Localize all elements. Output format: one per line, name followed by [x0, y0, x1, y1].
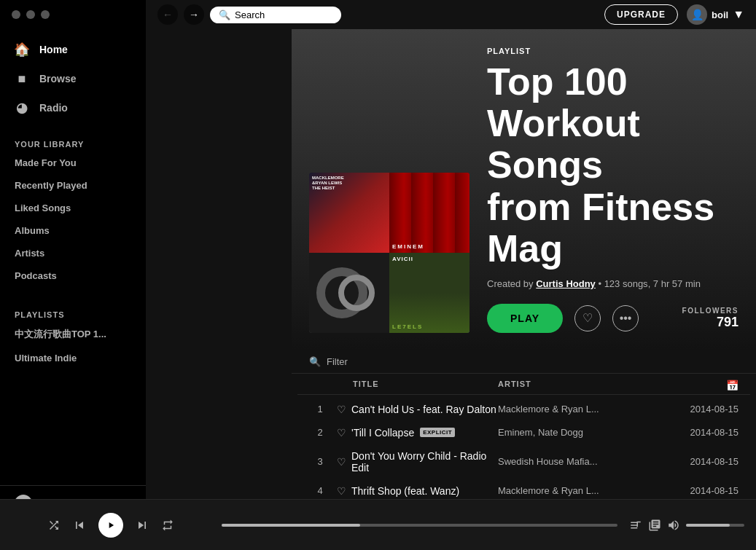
window-dot-2[interactable] — [26, 10, 35, 19]
playlist-creator[interactable]: Curtis Hodny — [536, 278, 596, 289]
shuffle-button[interactable] — [47, 519, 61, 532]
like-track-button[interactable]: ♡ — [331, 456, 351, 468]
track-number: 1 — [309, 404, 331, 415]
lyrics-button[interactable] — [629, 519, 642, 532]
like-button[interactable]: ♡ — [574, 305, 601, 331]
explicit-badge: EXPLICIT — [420, 428, 455, 437]
track-title: Can't Hold Us - feat. Ray Dalton — [351, 404, 498, 415]
volume-fill — [686, 524, 730, 527]
queue-button[interactable] — [648, 519, 661, 532]
playlist-cover: MACKLEMORE&RYAN LEWISTHE HEIST EMINEM — [309, 173, 469, 333]
playlist-meta: Created by Curtis Hodny • 123 songs, 7 h… — [487, 278, 739, 289]
filter-label: Filter — [327, 356, 348, 367]
window-dot-3[interactable] — [41, 10, 50, 19]
progress-area — [222, 524, 617, 527]
track-artist: Eminem, Nate Dogg — [498, 427, 658, 438]
play-pause-button[interactable] — [98, 513, 123, 538]
user-menu[interactable]: 👤 boil ▼ — [687, 4, 744, 25]
followers-count: 791 — [682, 315, 739, 330]
sidebar-item-label: Radio — [39, 102, 68, 114]
sidebar-item-artists[interactable]: Artists — [0, 242, 146, 264]
track-artist: Swedish House Mafia... — [498, 456, 658, 467]
sidebar-item-albums[interactable]: Albums — [0, 219, 146, 242]
sidebar-item-label: Home — [39, 44, 68, 55]
like-track-button[interactable]: ♡ — [331, 404, 351, 415]
chevron-down-icon: ▼ — [733, 8, 744, 21]
sidebar-item-radio[interactable]: ◕ Radio — [0, 93, 146, 122]
more-options-button[interactable]: ••• — [612, 305, 639, 331]
sidebar-item-podcasts[interactable]: Podcasts — [0, 264, 146, 287]
table-header: TITLE ARTIST 📅 — [297, 377, 750, 395]
player-bar — [0, 499, 756, 550]
playlist-header: MACKLEMORE&RYAN LEWISTHE HEIST EMINEM — [292, 29, 756, 350]
track-artist: Macklemore & Ryan L... — [498, 404, 658, 415]
titlebar — [0, 0, 146, 29]
playlist-title: Top 100 Workout Songs from Fitness Mag — [487, 61, 739, 270]
back-button[interactable]: ← — [157, 4, 178, 25]
duration: 7 hr 57 min — [653, 278, 701, 289]
track-title: Thrift Shop (feat. Wanz) — [351, 485, 498, 497]
player-right — [629, 519, 744, 532]
track-date: 2014-08-15 — [658, 485, 739, 496]
sidebar-playlist-chinese-top[interactable]: 中文流行歌曲TOP 1... — [0, 322, 146, 347]
table-row[interactable]: 2 ♡ 'Till I Collapse EXPLICIT Eminem, Na… — [297, 421, 750, 444]
sidebar-item-label: Browse — [39, 73, 77, 85]
forward-button[interactable]: → — [184, 4, 204, 25]
filter-row: 🔍 Filter — [292, 350, 756, 374]
main-content: MACKLEMORE&RYAN LEWISTHE HEIST EMINEM — [292, 29, 756, 521]
volume-button[interactable] — [667, 519, 680, 532]
track-date: 2014-08-15 — [658, 427, 739, 438]
track-artist: Macklemore & Ryan L... — [498, 485, 658, 496]
followers-label: FOLLOWERS — [682, 307, 739, 315]
playlists-section-title: PLAYLISTS — [0, 299, 146, 322]
volume-bar[interactable] — [686, 524, 744, 527]
followers-info: FOLLOWERS 791 — [682, 307, 739, 330]
cover-cell-3 — [309, 253, 389, 333]
sidebar-item-recently-played[interactable]: Recently Played — [0, 174, 146, 197]
col-title: TITLE — [353, 380, 498, 391]
player-controls — [12, 513, 210, 538]
track-title: Don't You Worry Child - Radio Edit — [351, 450, 498, 474]
table-row[interactable]: 1 ♡ Can't Hold Us - feat. Ray Dalton Mac… — [297, 398, 750, 421]
cover-cell-4: AVICII LE7ELS — [389, 253, 469, 333]
cover-cell-2: EMINEM — [389, 173, 469, 253]
main-layout: 🏠 Home ■ Browse ◕ Radio YOUR LIBRARY Mad… — [0, 0, 756, 550]
previous-button[interactable] — [72, 518, 87, 533]
topbar: ← → 🔍 UPGRADE 👤 boil ▼ — [146, 0, 756, 29]
playlist-info: PLAYLIST Top 100 Workout Songs from Fitn… — [487, 47, 739, 333]
topbar-left: ← → 🔍 — [157, 4, 341, 25]
like-track-button[interactable]: ♡ — [331, 427, 351, 439]
upgrade-button[interactable]: UPGRADE — [604, 4, 678, 25]
track-title: 'Till I Collapse EXPLICIT — [351, 427, 498, 439]
track-date: 2014-08-15 — [658, 404, 739, 415]
search-filter-icon: 🔍 — [309, 356, 321, 367]
sidebar-item-home[interactable]: 🏠 Home — [0, 35, 146, 64]
sidebar-item-browse[interactable]: ■ Browse — [0, 64, 146, 93]
sidebar-item-made-for-you[interactable]: Made For You — [0, 152, 146, 174]
col-date-icon: 📅 — [726, 380, 739, 391]
sidebar-item-liked-songs[interactable]: Liked Songs — [0, 197, 146, 219]
search-input[interactable] — [235, 9, 337, 20]
track-number: 2 — [309, 427, 331, 438]
window-dot-1[interactable] — [12, 10, 20, 19]
like-track-button[interactable]: ♡ — [331, 485, 351, 497]
progress-fill — [222, 524, 360, 527]
play-button[interactable]: PLAY — [487, 304, 563, 333]
avatar: 👤 — [687, 4, 707, 25]
next-button[interactable] — [135, 518, 149, 533]
cover-cell-1: MACKLEMORE&RYAN LEWISTHE HEIST — [309, 173, 389, 253]
sidebar-playlist-ultimate-indie[interactable]: Ultimate Indie — [0, 347, 146, 369]
topbar-right: UPGRADE 👤 boil ▼ — [604, 4, 744, 25]
table-row[interactable]: 3 ♡ Don't You Worry Child - Radio Edit S… — [297, 444, 750, 479]
search-icon: 🔍 — [219, 9, 230, 20]
progress-bar[interactable] — [222, 524, 617, 527]
radio-icon: ◕ — [15, 101, 29, 115]
filter-area[interactable]: 🔍 Filter — [309, 356, 739, 367]
playlists-section: PLAYLISTS 中文流行歌曲TOP 1... Ultimate Indie — [0, 299, 146, 369]
repeat-button[interactable] — [161, 519, 174, 532]
playlist-actions: PLAY ♡ ••• FOLLOWERS 791 — [487, 304, 739, 333]
search-box[interactable]: 🔍 — [210, 7, 341, 23]
browse-icon: ■ — [15, 71, 29, 86]
track-date: 2014-08-15 — [658, 456, 739, 467]
user-name: boil — [712, 9, 728, 20]
